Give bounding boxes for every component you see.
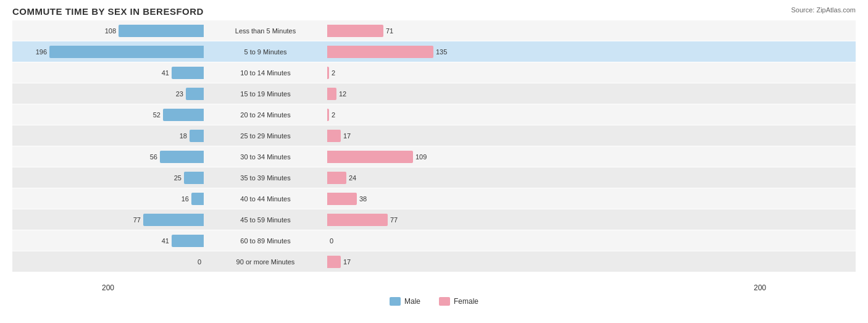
legend-female: Female xyxy=(439,297,478,306)
female-value: 71 xyxy=(386,27,404,35)
male-value: 52 xyxy=(142,111,161,119)
female-section: 135 xyxy=(327,41,519,62)
table-row: 2315 to 19 Minutes12 xyxy=(12,83,856,104)
male-value: 0 xyxy=(183,258,201,266)
table-row: 5220 to 24 Minutes2 xyxy=(12,104,856,125)
female-value: 12 xyxy=(339,90,357,98)
male-value: 16 xyxy=(170,195,189,203)
row-label: 35 to 39 Minutes xyxy=(204,174,327,182)
female-bar xyxy=(327,130,341,142)
chart-area: 108Less than 5 Minutes711965 to 9 Minute… xyxy=(12,20,856,280)
male-value: 41 xyxy=(151,237,169,245)
female-value: 17 xyxy=(343,132,362,140)
female-section: 38 xyxy=(327,188,519,209)
male-section: 41 xyxy=(12,62,204,83)
male-value: 18 xyxy=(169,132,187,140)
male-section: 0 xyxy=(12,251,204,272)
legend-male-box xyxy=(390,297,401,306)
male-section: 25 xyxy=(12,167,204,188)
row-label: 20 to 24 Minutes xyxy=(204,111,327,119)
male-bar xyxy=(119,25,204,37)
chart-container: COMMUTE TIME BY SEX IN BERESFORD Source:… xyxy=(0,0,868,323)
legend-female-label: Female xyxy=(454,297,478,306)
female-bar xyxy=(327,256,341,268)
legend-female-box xyxy=(439,297,450,306)
male-section: 56 xyxy=(12,146,204,167)
male-bar xyxy=(186,88,204,100)
table-row: 108Less than 5 Minutes71 xyxy=(12,20,856,41)
male-value: 25 xyxy=(163,174,182,182)
row-label: 60 to 89 Minutes xyxy=(204,237,327,245)
female-section: 0 xyxy=(327,230,519,251)
row-label: 90 or more Minutes xyxy=(204,258,327,266)
male-section: 41 xyxy=(12,230,204,251)
female-value: 24 xyxy=(349,174,367,182)
male-bar xyxy=(191,193,204,205)
female-section: 24 xyxy=(327,167,519,188)
female-section: 71 xyxy=(327,20,519,41)
axis-left: 200 xyxy=(12,283,204,292)
legend-male: Male xyxy=(390,297,420,306)
male-bar xyxy=(172,67,204,79)
table-row: 1825 to 29 Minutes17 xyxy=(12,125,856,146)
legend: Male Female xyxy=(12,297,856,306)
male-value: 108 xyxy=(98,27,116,35)
female-bar xyxy=(327,67,329,79)
female-section: 2 xyxy=(327,104,519,125)
female-section: 17 xyxy=(327,125,519,146)
male-section: 23 xyxy=(12,83,204,104)
row-label: 10 to 14 Minutes xyxy=(204,69,327,77)
female-bar xyxy=(327,88,336,100)
table-row: 1965 to 9 Minutes135 xyxy=(12,41,856,62)
male-bar xyxy=(49,46,204,58)
female-section: 17 xyxy=(327,251,519,272)
male-value: 196 xyxy=(28,48,47,56)
male-value: 77 xyxy=(122,216,141,224)
male-section: 196 xyxy=(12,41,204,62)
table-row: 1640 to 44 Minutes38 xyxy=(12,188,856,209)
male-bar xyxy=(163,109,204,121)
female-value: 38 xyxy=(359,195,378,203)
female-value: 2 xyxy=(332,111,350,119)
female-section: 12 xyxy=(327,83,519,104)
table-row: 7745 to 59 Minutes77 xyxy=(12,209,856,230)
male-value: 23 xyxy=(165,90,183,98)
male-section: 16 xyxy=(12,188,204,209)
female-value: 17 xyxy=(343,258,362,266)
female-bar xyxy=(327,151,413,163)
female-value: 135 xyxy=(436,48,454,56)
source-label: Source: ZipAtlas.com xyxy=(791,6,856,14)
row-label: 15 to 19 Minutes xyxy=(204,90,327,98)
male-section: 77 xyxy=(12,209,204,230)
male-value: 41 xyxy=(151,69,169,77)
female-bar xyxy=(327,214,388,226)
table-row: 5630 to 34 Minutes109 xyxy=(12,146,856,167)
female-value: 2 xyxy=(332,69,350,77)
female-section: 109 xyxy=(327,146,519,167)
female-section: 77 xyxy=(327,209,519,230)
table-row: 090 or more Minutes17 xyxy=(12,251,856,272)
female-value: 77 xyxy=(390,216,409,224)
row-label: 25 to 29 Minutes xyxy=(204,132,327,140)
table-row: 4110 to 14 Minutes2 xyxy=(12,62,856,83)
row-label: 5 to 9 Minutes xyxy=(204,48,327,56)
female-section: 2 xyxy=(327,62,519,83)
female-bar xyxy=(327,46,433,58)
female-bar xyxy=(327,193,357,205)
axis-labels: 200 200 xyxy=(12,281,856,295)
female-value: 0 xyxy=(330,237,348,245)
female-value: 109 xyxy=(415,153,434,161)
male-value: 56 xyxy=(139,153,157,161)
table-row: 2535 to 39 Minutes24 xyxy=(12,167,856,188)
row-label: 45 to 59 Minutes xyxy=(204,216,327,224)
male-section: 108 xyxy=(12,20,204,41)
male-section: 18 xyxy=(12,125,204,146)
male-bar xyxy=(172,235,204,247)
chart-title: COMMUTE TIME BY SEX IN BERESFORD xyxy=(12,6,856,17)
female-bar xyxy=(327,25,383,37)
male-section: 52 xyxy=(12,104,204,125)
row-label: 40 to 44 Minutes xyxy=(204,195,327,203)
male-bar xyxy=(160,151,204,163)
male-bar xyxy=(190,130,204,142)
axis-right: 200 xyxy=(664,283,856,292)
